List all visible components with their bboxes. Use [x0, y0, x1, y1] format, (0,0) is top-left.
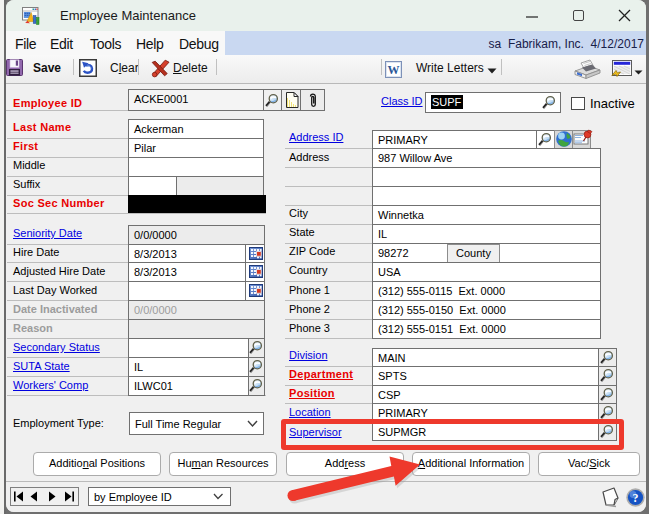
svg-text:W: W: [388, 63, 400, 77]
svg-text:?: ?: [633, 491, 639, 505]
